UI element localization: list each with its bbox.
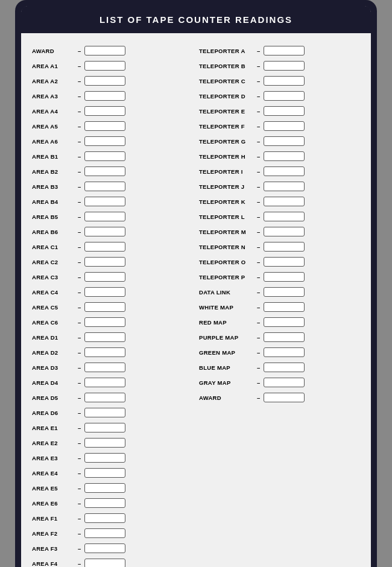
input-box[interactable] bbox=[264, 136, 305, 146]
list-item: AREA B3– bbox=[32, 180, 193, 193]
list-item: AREA B6– bbox=[32, 225, 193, 238]
input-box[interactable] bbox=[84, 272, 125, 282]
input-box[interactable] bbox=[84, 498, 125, 508]
input-box[interactable] bbox=[84, 197, 125, 206]
input-box[interactable] bbox=[84, 106, 125, 116]
dash: – bbox=[257, 153, 260, 160]
input-box[interactable] bbox=[264, 46, 305, 55]
dash: – bbox=[257, 63, 260, 69]
input-box[interactable] bbox=[84, 363, 125, 372]
input-box[interactable] bbox=[264, 76, 305, 86]
input-box[interactable] bbox=[264, 151, 305, 161]
inner-card: LIST OF TAPE COUNTER READINGS AWARD–AREA… bbox=[21, 6, 371, 567]
input-box[interactable] bbox=[84, 287, 125, 297]
list-item: AREA D6– bbox=[32, 406, 193, 419]
dash: – bbox=[78, 334, 81, 341]
input-box[interactable] bbox=[84, 257, 125, 267]
input-box[interactable] bbox=[84, 242, 125, 252]
dash: – bbox=[78, 289, 81, 296]
input-box[interactable] bbox=[264, 121, 305, 131]
input-box[interactable] bbox=[84, 151, 125, 161]
input-box[interactable] bbox=[84, 182, 125, 191]
input-box[interactable] bbox=[264, 197, 305, 206]
input-box[interactable] bbox=[264, 347, 305, 357]
item-label: GREEN MAP bbox=[199, 349, 253, 356]
dash: – bbox=[78, 78, 81, 84]
dash: – bbox=[78, 545, 81, 552]
input-box[interactable] bbox=[84, 61, 125, 71]
input-box[interactable] bbox=[264, 378, 305, 387]
list-item: AREA E1– bbox=[32, 421, 193, 434]
input-box[interactable] bbox=[264, 212, 305, 221]
item-label: AREA A6 bbox=[32, 138, 74, 145]
dash: – bbox=[257, 229, 260, 235]
input-box[interactable] bbox=[84, 332, 125, 342]
item-label: AREA C1 bbox=[32, 244, 74, 250]
dash: – bbox=[257, 274, 260, 280]
input-box[interactable] bbox=[264, 287, 305, 297]
input-box[interactable] bbox=[264, 272, 305, 282]
list-item: WHITE MAP– bbox=[199, 300, 360, 314]
list-item: TELEPORTER G– bbox=[199, 135, 360, 148]
input-box[interactable] bbox=[84, 46, 125, 55]
input-box[interactable] bbox=[84, 559, 125, 567]
input-box[interactable] bbox=[264, 332, 305, 342]
input-box[interactable] bbox=[84, 528, 125, 538]
input-box[interactable] bbox=[84, 378, 125, 387]
dash: – bbox=[78, 515, 81, 522]
dash: – bbox=[78, 304, 81, 311]
item-label: GRAY MAP bbox=[199, 379, 253, 386]
input-box[interactable] bbox=[84, 136, 125, 146]
dash: – bbox=[78, 214, 81, 220]
input-box[interactable] bbox=[264, 257, 305, 267]
list-item: AREA E5– bbox=[32, 481, 193, 495]
input-box[interactable] bbox=[264, 302, 305, 312]
input-box[interactable] bbox=[264, 227, 305, 236]
input-box[interactable] bbox=[84, 317, 125, 327]
input-box[interactable] bbox=[264, 182, 305, 191]
list-item: TELEPORTER M– bbox=[199, 225, 360, 238]
item-label: TELEPORTER C bbox=[199, 78, 253, 84]
input-box[interactable] bbox=[84, 302, 125, 312]
input-box[interactable] bbox=[84, 513, 125, 523]
input-box[interactable] bbox=[84, 423, 125, 432]
input-box[interactable] bbox=[264, 317, 305, 327]
list-item: AREA C6– bbox=[32, 315, 193, 329]
input-box[interactable] bbox=[84, 453, 125, 463]
input-box[interactable] bbox=[84, 468, 125, 478]
list-item: TELEPORTER O– bbox=[199, 255, 360, 268]
input-box[interactable] bbox=[84, 543, 125, 553]
input-box[interactable] bbox=[264, 393, 305, 402]
input-box[interactable] bbox=[84, 166, 125, 176]
input-box[interactable] bbox=[84, 121, 125, 131]
input-box[interactable] bbox=[84, 212, 125, 221]
input-box[interactable] bbox=[264, 363, 305, 372]
input-box[interactable] bbox=[84, 438, 125, 448]
dash: – bbox=[78, 530, 81, 537]
item-label: AREA D2 bbox=[32, 349, 74, 356]
item-label: TELEPORTER L bbox=[199, 214, 253, 220]
input-box[interactable] bbox=[264, 106, 305, 116]
item-label: TELEPORTER M bbox=[199, 229, 253, 235]
input-box[interactable] bbox=[264, 166, 305, 176]
list-item: GRAY MAP– bbox=[199, 376, 360, 389]
input-box[interactable] bbox=[84, 347, 125, 357]
item-label: AREA A2 bbox=[32, 78, 74, 84]
input-box[interactable] bbox=[84, 393, 125, 402]
input-box[interactable] bbox=[84, 483, 125, 493]
input-box[interactable] bbox=[264, 61, 305, 71]
input-box[interactable] bbox=[264, 242, 305, 252]
list-item: TELEPORTER L– bbox=[199, 210, 360, 223]
input-box[interactable] bbox=[84, 91, 125, 101]
dash: – bbox=[257, 48, 260, 54]
input-box[interactable] bbox=[84, 408, 125, 417]
input-box[interactable] bbox=[84, 76, 125, 86]
list-item: AREA B5– bbox=[32, 210, 193, 223]
input-box[interactable] bbox=[84, 227, 125, 236]
list-item: AREA A6– bbox=[32, 135, 193, 148]
dash: – bbox=[78, 440, 81, 446]
item-label: AREA D1 bbox=[32, 334, 74, 341]
input-box[interactable] bbox=[264, 91, 305, 101]
item-label: AREA D4 bbox=[32, 379, 74, 386]
dash: – bbox=[257, 214, 260, 220]
